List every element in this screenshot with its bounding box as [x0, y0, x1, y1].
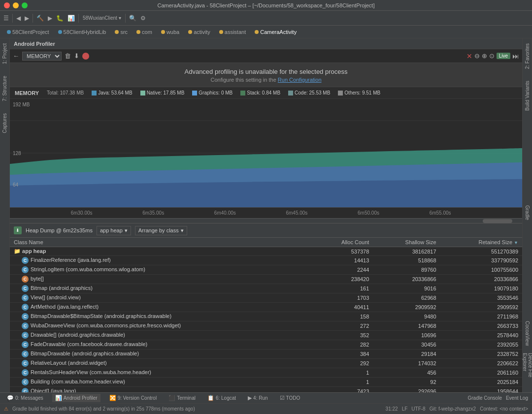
sidebar-item-captures[interactable]: Captures: [1, 112, 8, 134]
sidebar-item-structure[interactable]: 7: Structure: [1, 75, 8, 102]
nav-dot: [136, 30, 140, 34]
table-row[interactable]: CRelativeLayout (android.widget)29217403…: [10, 359, 522, 368]
skip-to-end-btn[interactable]: ⏭: [512, 52, 519, 60]
arrange-by-dropdown[interactable]: Arrange by class ▾: [135, 226, 187, 235]
gradle-console-tab[interactable]: Gradle Console: [467, 395, 501, 401]
table-row[interactable]: CWubaDraweeView (com.wuba.commons.pictur…: [10, 321, 522, 331]
sidebar-item-build-variants[interactable]: Build Variants: [524, 80, 531, 112]
nav-wuba[interactable]: wuba: [157, 28, 183, 36]
cell-retained-size: 20336866: [440, 275, 522, 284]
device-selector[interactable]: 58WuxianClient ▾: [81, 14, 123, 22]
close-button[interactable]: [4, 2, 10, 8]
search-icon[interactable]: 🔍: [128, 14, 138, 23]
nav-src[interactable]: src: [111, 28, 132, 36]
class-name-text: RentalsSunHeaderView (com.wuba.home.head…: [31, 369, 151, 375]
minimize-button[interactable]: [13, 2, 19, 8]
graphics-color: [192, 91, 197, 96]
cell-alloc-count: 14413: [312, 256, 373, 265]
col-class-name[interactable]: Class Name: [10, 238, 312, 247]
class-name-text: StringLogItem (com.wuba.commons.wlog.ato…: [31, 266, 145, 272]
profile-icon[interactable]: 📊: [66, 14, 76, 23]
line-col: 31:22: [386, 406, 398, 412]
memory-dropdown[interactable]: MEMORY: [22, 52, 62, 61]
device-file-panel[interactable]: Device File Explorer: [522, 353, 532, 392]
nav-58clienthybridlib[interactable]: 58ClientHybridLib: [54, 28, 110, 36]
debug-icon[interactable]: 🐛: [55, 14, 65, 23]
run-icon[interactable]: ▶: [46, 14, 54, 23]
scrollbar-thumb[interactable]: [483, 219, 512, 223]
run-config-link[interactable]: Run Configuration: [278, 77, 322, 83]
heap-icon[interactable]: ⬇: [14, 226, 22, 234]
sidebar-item-favorites[interactable]: 2: Favorites: [524, 42, 531, 70]
table-row[interactable]: CRentalsSunHeaderView (com.wuba.home.hea…: [10, 368, 522, 378]
cell-retained-size: 2061160: [440, 368, 522, 378]
nav-activity[interactable]: activity: [184, 28, 214, 36]
graphics-legend: Graphics: 0 MB: [192, 90, 233, 96]
cell-retained-size: 2025184: [440, 378, 522, 387]
table-row[interactable]: CStringLogItem (com.wuba.commons.wlog.at…: [10, 265, 522, 275]
table-row[interactable]: CFinalizerReference (java.lang.ref)14413…: [10, 256, 522, 265]
table-row[interactable]: CBuilding (com.wuba.home.header.view)192…: [10, 378, 522, 387]
table-row[interactable]: CArtMethod (java.lang.reflect)4041129095…: [10, 303, 522, 312]
tab-terminal[interactable]: ⬛ Terminal: [166, 394, 199, 402]
forward-icon[interactable]: ▶: [23, 14, 31, 23]
record-btn[interactable]: [82, 53, 89, 60]
class-name-text: BitmapDrawable (android.graphics.drawabl…: [31, 350, 139, 356]
nav-dot: [7, 30, 11, 34]
table-row[interactable]: CObject[] (java.lang)74232926961958644: [10, 387, 522, 393]
back-icon[interactable]: ◀: [15, 14, 22, 23]
sep4: [125, 14, 126, 23]
tab-messages[interactable]: 💬 0: Messages: [4, 394, 46, 402]
build-icon[interactable]: 🔨: [35, 14, 45, 23]
col-shallow-size[interactable]: Shallow Size: [373, 238, 440, 247]
zoom-out-btn[interactable]: ⊖: [474, 52, 480, 60]
tab-version-control[interactable]: 🔀 9: Version Control: [106, 394, 160, 402]
sidebar-item-project[interactable]: 1: Project: [1, 42, 8, 65]
maximize-button[interactable]: [22, 2, 28, 8]
cell-shallow-size: 30456: [373, 340, 440, 350]
tab-android-profiler[interactable]: 📊 Android Profiler: [52, 394, 100, 402]
table-row[interactable]: CBitmap (android.graphics)16190161907918…: [10, 284, 522, 293]
nav-assistant[interactable]: assistant: [215, 28, 250, 36]
class-type-icon: C: [22, 350, 29, 357]
nav-cameraactivity[interactable]: CameraActivity: [251, 28, 300, 36]
delete-btn[interactable]: 🗑: [65, 52, 71, 60]
tab-logcat[interactable]: 📋 6: Logcat: [204, 394, 239, 402]
fit-btn[interactable]: ⊙: [489, 52, 495, 60]
event-log-tab[interactable]: Event Log: [506, 395, 528, 401]
class-type-icon: C: [22, 276, 29, 283]
settings-icon[interactable]: ⚙: [139, 14, 147, 23]
memory-chart: 192 MB 128 64: [10, 99, 522, 207]
chart-scrollbar[interactable]: [10, 218, 522, 223]
close-btn[interactable]: ✕: [466, 52, 472, 60]
tab-todo[interactable]: ☑ TODO: [277, 394, 303, 402]
gradle-panel[interactable]: Gradle: [522, 112, 532, 314]
table-row[interactable]: CFadeDrawable (com.facebook.drawee.drawa…: [10, 340, 522, 350]
table-row[interactable]: CView[] (android.view)1703629683553546: [10, 293, 522, 303]
menu-icon[interactable]: ☰: [2, 14, 10, 23]
class-name-text: ArtMethod (java.lang.reflect): [31, 304, 99, 310]
back-btn[interactable]: ←: [13, 52, 19, 60]
app-heap-dropdown[interactable]: app heap ▾: [97, 226, 131, 235]
java-color: [92, 91, 97, 96]
table-row[interactable]: CBitmapDrawable$BitmapState (android.gra…: [10, 312, 522, 321]
table-row[interactable]: CDrawable[] (android.graphics.drawable)3…: [10, 331, 522, 340]
col-retained-size[interactable]: Retained Size ▼: [440, 238, 522, 247]
navbar: 58ClientProject 58ClientHybridLib src co…: [0, 26, 532, 38]
dump-btn[interactable]: ⬇: [74, 52, 79, 60]
table-row[interactable]: CBitmapDrawable (android.graphics.drawab…: [10, 350, 522, 359]
table-row[interactable]: Cbyte[]2384202033686620336866: [10, 275, 522, 284]
nav-com[interactable]: com: [133, 28, 156, 36]
zoom-in-btn[interactable]: ⊕: [482, 52, 487, 60]
tab-run[interactable]: ▶ 4: Run: [245, 394, 270, 402]
cell-class-name: CDrawable[] (android.graphics.drawable): [10, 331, 312, 340]
nav-58clientproject[interactable]: 58ClientProject: [3, 28, 53, 36]
cocoa-panel[interactable]: CocoaView: [522, 314, 532, 353]
warning-icon: ⚠: [4, 406, 8, 412]
folder-icon: 📁: [14, 248, 21, 254]
col-alloc-count[interactable]: Alloc Count: [312, 238, 373, 247]
cell-class-name: CFadeDrawable (com.facebook.drawee.drawa…: [10, 340, 312, 350]
cell-alloc-count: 158: [312, 312, 373, 321]
cell-alloc-count: 1: [312, 368, 373, 378]
table-row[interactable]: 📁 app heap53737838162817551270389: [10, 247, 522, 256]
